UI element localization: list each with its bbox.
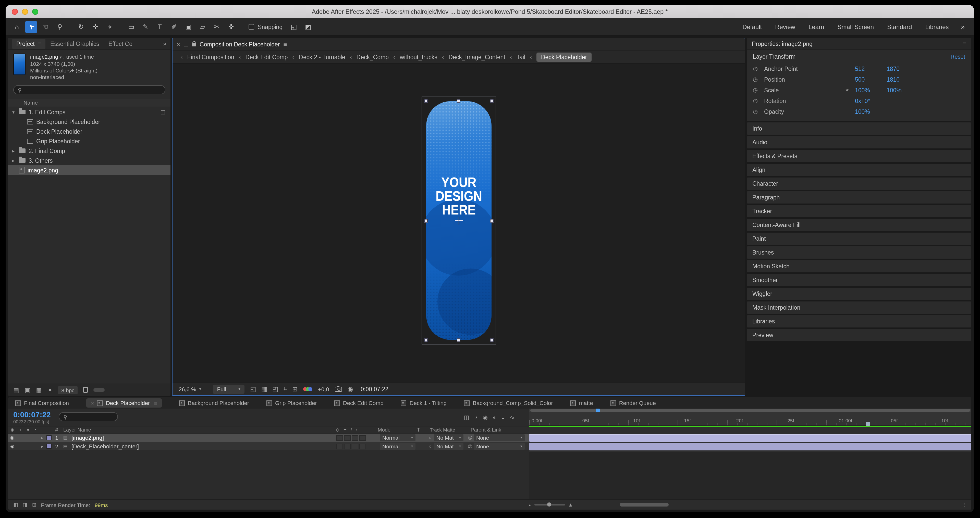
workspace-overflow-icon[interactable]: » xyxy=(961,23,965,30)
zoom-out-icon[interactable]: ▲ xyxy=(528,503,531,506)
t-column[interactable]: T xyxy=(414,427,423,432)
channel-icon[interactable] xyxy=(303,387,312,391)
new-composition-icon[interactable]: ▦ xyxy=(36,386,42,394)
[Deck_Placeholder_center][interactable]: ◉ ▸ 2 ▤ [Deck_Placeholder_center] Normal… xyxy=(8,442,529,451)
collapsed-panel[interactable]: Character xyxy=(747,178,971,190)
timeline-tab[interactable]: × matte ≡ xyxy=(570,400,593,406)
stopwatch-icon[interactable]: ◷ xyxy=(753,87,764,93)
track-matte-select[interactable]: No Mat▾ xyxy=(434,443,463,450)
zoom-in-icon[interactable]: ▲ xyxy=(568,502,573,508)
selection-handle[interactable] xyxy=(490,99,493,103)
current-timecode[interactable]: 0:00:07:22 xyxy=(13,410,51,418)
magnification-select[interactable]: 26,6 %▾ xyxy=(179,386,201,392)
puppet-pin-tool-icon[interactable]: ✜ xyxy=(225,21,237,33)
selection-handle[interactable] xyxy=(490,338,493,342)
breadcrumb[interactable]: ‹ without_trucks xyxy=(393,54,438,60)
track-matte-icon[interactable]: ○ xyxy=(427,435,434,440)
project-item[interactable]: 2. Final Comp ◫ xyxy=(8,146,170,156)
breadcrumb-label[interactable]: without_trucks xyxy=(400,54,438,60)
collapsed-panel[interactable]: Brushes xyxy=(747,246,971,259)
trash-icon[interactable] xyxy=(83,388,88,392)
project-item[interactable]: Grip Placeholder ◫ xyxy=(8,136,170,146)
breadcrumb[interactable]: ‹ Tail xyxy=(510,54,525,60)
breadcrumb-label[interactable]: Deck_Comp xyxy=(356,54,389,60)
blend-mode-select[interactable]: Normal▾ xyxy=(380,443,415,450)
resize-grip-icon[interactable]: ⋮ xyxy=(962,502,967,508)
selection-handle[interactable] xyxy=(424,99,428,103)
new-folder-icon[interactable]: ▣ xyxy=(25,386,30,394)
exposure-value[interactable]: +0,0 xyxy=(318,386,329,392)
breadcrumb-label[interactable]: Deck_Image_Content xyxy=(449,54,505,60)
guides-icon[interactable]: ⊞ xyxy=(292,385,298,393)
project-item[interactable]: Background Placeholder ◫ xyxy=(8,117,170,127)
composition-mini-flowchart-icon[interactable]: ◫ xyxy=(464,414,469,421)
layer-duration-bar[interactable] xyxy=(529,443,971,450)
breadcrumb[interactable]: ‹ Deck_Comp xyxy=(350,54,389,60)
parent-select[interactable]: None▾ xyxy=(474,443,525,450)
breadcrumb[interactable]: ‹ Deck 2 - Turnable xyxy=(293,54,345,60)
adjustment-icon[interactable]: ✦ xyxy=(48,386,52,394)
timeline-search[interactable]: ⚲ xyxy=(59,412,118,421)
layer-color-chip[interactable] xyxy=(46,444,52,449)
stopwatch-icon[interactable]: ◷ xyxy=(753,65,764,72)
layer-switches[interactable] xyxy=(323,435,380,440)
pen-tool-icon[interactable]: ✎ xyxy=(139,21,151,33)
project-item[interactable]: 3. Others ◫ xyxy=(8,156,170,165)
collapsed-panel[interactable]: Audio xyxy=(747,136,971,148)
show-snapshot-icon[interactable]: ◉ xyxy=(347,385,353,393)
collapsed-panel[interactable]: Info xyxy=(747,122,971,135)
property-value[interactable]: 1810 xyxy=(886,76,918,83)
property-value[interactable]: 0x+0° xyxy=(855,98,886,104)
disclosure-icon[interactable] xyxy=(12,148,19,153)
close-tab-icon[interactable]: × xyxy=(177,41,180,48)
reset-button[interactable]: Reset xyxy=(951,54,966,60)
time-ruler[interactable]: 0:00f05f10f15f20f25f01:00f05f10f xyxy=(529,412,971,426)
breadcrumb-label[interactable]: Final Composition xyxy=(187,54,234,60)
layer-expander-icon[interactable]: ▸ xyxy=(39,435,46,440)
current-time-indicator-head[interactable] xyxy=(866,422,870,426)
disclosure-icon[interactable] xyxy=(12,110,19,114)
link-dimensions-icon[interactable]: ⚭ xyxy=(845,87,855,93)
selection-handle[interactable] xyxy=(424,338,428,342)
breadcrumb-label[interactable]: Deck Edit Comp xyxy=(245,54,288,60)
layer-switches[interactable] xyxy=(323,443,380,449)
in-out-toggle-icon[interactable]: ⊞ xyxy=(32,502,37,508)
zoom-window-icon[interactable] xyxy=(32,9,38,15)
layer-name[interactable]: [image2.png] xyxy=(69,435,323,441)
project-item[interactable]: Deck Placeholder ◫ xyxy=(8,127,170,136)
selection-handle[interactable] xyxy=(424,219,428,222)
selection-handle[interactable] xyxy=(457,338,460,342)
workspace-item[interactable]: Libraries xyxy=(925,23,948,30)
property-value[interactable]: 512 xyxy=(855,65,886,72)
shape-tool-icon[interactable]: ▭ xyxy=(125,21,137,33)
project-item[interactable]: image2.png ◫ xyxy=(8,165,170,175)
workspace-item[interactable]: Standard xyxy=(887,23,912,30)
snapping-checkbox[interactable] xyxy=(248,24,254,30)
lock-icon[interactable] xyxy=(192,43,196,46)
zoom-slider[interactable] xyxy=(535,504,565,505)
track-matte-column[interactable]: Track Matte xyxy=(430,427,463,432)
region-of-interest-icon[interactable]: ◱ xyxy=(250,385,256,393)
layer-visibility-icon[interactable]: ◉ xyxy=(8,435,16,440)
grid-options-icon[interactable]: ⌗ xyxy=(283,385,287,393)
footage-caret-icon[interactable]: ▾ xyxy=(60,55,62,60)
panel-tab[interactable]: Essential Graphics≡ xyxy=(46,38,103,49)
close-window-icon[interactable] xyxy=(12,9,18,15)
breadcrumb-label[interactable]: Deck 2 - Turnable xyxy=(299,54,345,60)
draft-3d-icon[interactable]: ◔ xyxy=(474,414,477,421)
collapsed-panel[interactable]: Mask Interpolation xyxy=(747,302,971,314)
snap-to-edges-icon[interactable]: ◱ xyxy=(288,21,300,33)
current-time-indicator[interactable] xyxy=(868,426,869,499)
panel-menu-icon[interactable]: ≡ xyxy=(283,41,287,48)
timeline-search-input[interactable] xyxy=(70,414,113,420)
collapsed-panel[interactable]: Smoother xyxy=(747,274,971,286)
hand-tool-icon[interactable]: ☜ xyxy=(39,21,52,33)
type-tool-icon[interactable]: T xyxy=(154,21,166,33)
clone-stamp-tool-icon[interactable]: ▣ xyxy=(182,21,194,33)
shy-layers-icon[interactable]: ◉ xyxy=(483,414,488,421)
collapsed-panel[interactable]: Paint xyxy=(747,233,971,245)
composition-tab-title[interactable]: Composition Deck Placeholder xyxy=(200,41,280,47)
selection-handle[interactable] xyxy=(457,99,460,103)
dolly-camera-tool-icon[interactable]: ⌖ xyxy=(103,21,116,33)
collapsed-panel[interactable]: Wiggler xyxy=(747,288,971,300)
